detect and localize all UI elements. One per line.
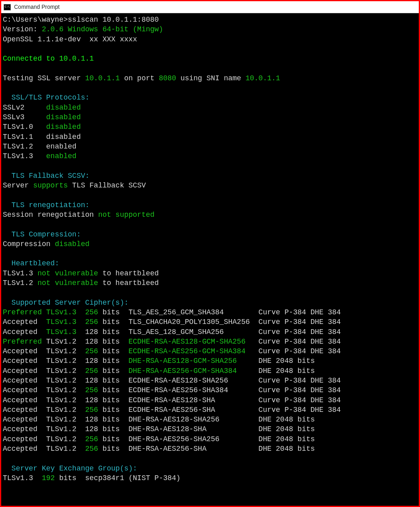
cipher-name-11: DHE-RSA-AES128-SHA256: [128, 415, 258, 424]
hb-suffix-0: to heartbleed: [98, 269, 159, 277]
cipher-info-13: DHE 2048 bits: [258, 435, 314, 443]
cipher-name-12: DHE-RSA-AES128-SHA: [128, 425, 258, 433]
comp-status: disabled: [55, 240, 89, 248]
section-fallback: TLS Fallback SCSV:: [12, 172, 89, 180]
cipher-bits-10: 256: [85, 406, 98, 414]
cipher-name-7: ECDHE-RSA-AES128-SHA256: [128, 377, 258, 385]
testing-host: 10.0.1.1: [85, 74, 120, 82]
cipher-status-1: Accepted: [3, 318, 46, 326]
cipher-tls-5: TLSv1.2: [46, 357, 85, 365]
protocol-name-5: TLSv1.3: [3, 152, 46, 160]
protocol-status-2: disabled: [46, 123, 81, 131]
cipher-tls-9: TLSv1.2: [46, 396, 85, 404]
protocol-status-0: disabled: [46, 104, 81, 112]
cipher-status-12: Accepted: [3, 425, 46, 433]
cipher-name-4: ECDHE-RSA-AES256-GCM-SHA384: [128, 347, 258, 355]
section-comp: TLS Compression:: [12, 230, 81, 238]
cipher-status-14: Accepted: [3, 445, 46, 453]
cipher-name-2: TLS_AES_128_GCM_SHA256: [128, 328, 258, 336]
cipher-bits-11: 128: [85, 415, 98, 424]
cipher-bits-7: 128: [85, 377, 98, 385]
cipher-tls-1: TLSv1.3: [46, 318, 85, 326]
cipher-status-4: Accepted: [3, 347, 46, 355]
cipher-tls-14: TLSv1.2: [46, 445, 85, 453]
cipher-bits-unit-12: bits: [98, 425, 129, 433]
version-label: Version:: [3, 25, 42, 33]
cipher-bits-unit-0: bits: [98, 308, 129, 316]
cipher-bits-2: 128: [85, 328, 98, 336]
cipher-name-6: DHE-RSA-AES256-GCM-SHA384: [128, 367, 258, 375]
cipher-name-3: ECDHE-RSA-AES128-GCM-SHA256: [128, 338, 258, 346]
cipher-info-4: Curve P-384 DHE 384: [258, 347, 341, 355]
cipher-status-10: Accepted: [3, 406, 46, 414]
cipher-tls-4: TLSv1.2: [46, 347, 85, 355]
cipher-tls-11: TLSv1.2: [46, 415, 85, 424]
cipher-bits-13: 256: [85, 435, 98, 443]
hb-proto-1: TLSv1.2: [3, 279, 37, 287]
cipher-bits-1: 256: [85, 318, 98, 326]
cipher-status-2: Accepted: [3, 328, 46, 336]
titlebar[interactable]: Command Prompt: [1, 1, 419, 13]
testing-p3: using SNI name: [176, 74, 246, 82]
cipher-status-8: Accepted: [3, 386, 46, 394]
cipher-bits-5: 128: [85, 357, 98, 365]
cipher-bits-6: 256: [85, 367, 98, 375]
cipher-bits-12: 128: [85, 425, 98, 433]
cipher-info-10: Curve P-384 DHE 384: [258, 406, 341, 414]
cipher-tls-7: TLSv1.2: [46, 377, 85, 385]
cipher-info-8: Curve P-384 DHE 384: [258, 386, 341, 394]
kex-bits-unit: bits: [55, 474, 85, 482]
fallback-status: supports: [33, 181, 68, 189]
kex-proto: TLSv1.3: [3, 474, 42, 482]
cipher-tls-8: TLSv1.2: [46, 386, 85, 394]
kex-group: secp384r1 (NIST P-384): [85, 474, 181, 482]
cipher-name-10: ECDHE-RSA-AES256-SHA: [128, 406, 258, 414]
protocol-status-5: enabled: [46, 152, 77, 160]
protocol-status-3: disabled: [46, 133, 81, 141]
hb-suffix-1: to heartbleed: [98, 279, 159, 287]
cipher-info-11: DHE 2048 bits: [258, 415, 314, 424]
cipher-info-2: Curve P-384 DHE 384: [258, 328, 341, 336]
protocol-status-4: enabled: [46, 143, 77, 151]
cipher-bits-unit-2: bits: [98, 328, 129, 336]
cipher-bits-unit-7: bits: [98, 377, 129, 385]
window-title: Command Prompt: [14, 3, 60, 11]
cipher-status-7: Accepted: [3, 377, 46, 385]
version-value: 2.0.6 Windows 64-bit (Mingw): [42, 25, 163, 33]
section-ciphers: Supported Server Cipher(s):: [12, 299, 129, 307]
cipher-bits-unit-1: bits: [98, 318, 129, 326]
cipher-status-0: Preferred: [3, 308, 46, 316]
cipher-status-9: Accepted: [3, 396, 46, 404]
cipher-status-5: Accepted: [3, 357, 46, 365]
cipher-tls-0: TLSv1.3: [46, 308, 85, 316]
cipher-tls-12: TLSv1.2: [46, 425, 85, 433]
testing-port: 8080: [159, 74, 176, 82]
protocol-name-0: SSLv2: [3, 104, 46, 112]
cipher-info-7: Curve P-384 DHE 384: [258, 377, 341, 385]
cipher-bits-9: 128: [85, 396, 98, 404]
section-heartbleed: Heartbleed:: [12, 259, 59, 267]
cipher-name-1: TLS_CHACHA20_POLY1305_SHA256: [128, 318, 258, 326]
cipher-bits-0: 256: [85, 308, 98, 316]
cipher-tls-6: TLSv1.2: [46, 367, 85, 375]
openssl-line: OpenSSL 1.1.1e-dev xx XXX xxxx: [3, 35, 137, 43]
protocol-name-1: SSLv3: [3, 113, 46, 121]
cipher-name-0: TLS_AES_256_GCM_SHA384: [128, 308, 258, 316]
reneg-status: not supported: [98, 211, 154, 219]
cipher-bits-unit-3: bits: [98, 338, 129, 346]
terminal[interactable]: C:\Users\wayne>sslscan 10.0.1.1:8080 Ver…: [1, 13, 419, 506]
fallback-p1: Server: [3, 181, 33, 189]
cipher-bits-unit-6: bits: [98, 367, 129, 375]
cipher-name-13: DHE-RSA-AES256-SHA256: [128, 435, 258, 443]
command: sslscan 10.0.1.1:8080: [68, 16, 159, 24]
cipher-info-12: DHE 2048 bits: [258, 425, 314, 433]
cipher-name-9: ECDHE-RSA-AES128-SHA: [128, 396, 258, 404]
cipher-bits-unit-8: bits: [98, 386, 129, 394]
cipher-status-11: Accepted: [3, 415, 46, 424]
protocol-name-3: TLSv1.1: [3, 133, 46, 141]
hb-status-0: not vulnerable: [37, 269, 98, 277]
cipher-info-3: Curve P-384 DHE 384: [258, 338, 341, 346]
cipher-bits-unit-10: bits: [98, 406, 129, 414]
command-prompt-window: Command Prompt C:\Users\wayne>sslscan 10…: [0, 0, 420, 507]
hb-status-1: not vulnerable: [37, 279, 98, 287]
